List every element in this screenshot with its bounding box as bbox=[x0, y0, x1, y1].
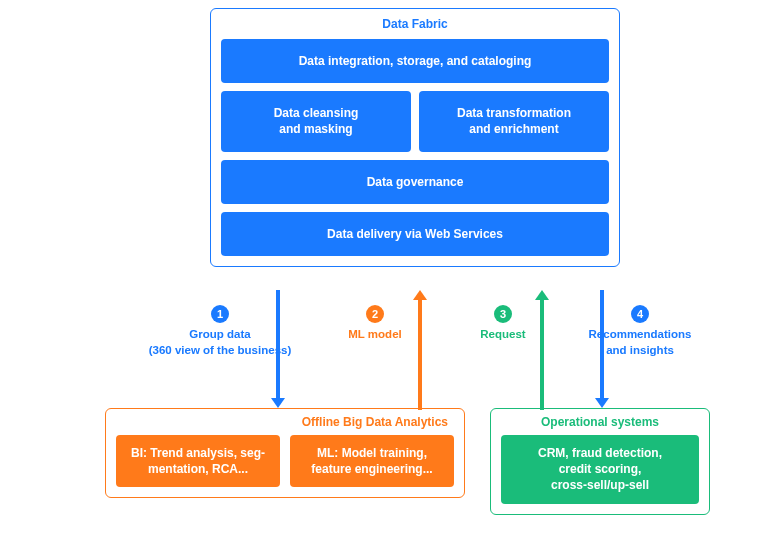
box-opsys: CRM, fraud detection,credit scoring,cros… bbox=[501, 435, 699, 504]
box-ml: ML: Model training,feature engineering..… bbox=[290, 435, 454, 487]
badge-3: 3 bbox=[494, 305, 512, 323]
box-integration: Data integration, storage, and catalogin… bbox=[221, 39, 609, 83]
badge-4: 4 bbox=[631, 305, 649, 323]
flow-3: 3 Request bbox=[458, 305, 548, 343]
offline-analytics-container: Offline Big Data Analytics BI: Trend ana… bbox=[105, 408, 465, 498]
operational-systems-container: Operational systems CRM, fraud detection… bbox=[490, 408, 710, 515]
arrow-3-head bbox=[535, 290, 549, 300]
arrow-1-head bbox=[271, 398, 285, 408]
flow-1-label: Group data(360 view of the business) bbox=[149, 328, 292, 356]
offline-title: Offline Big Data Analytics bbox=[116, 415, 454, 429]
box-cleansing: Data cleansingand masking bbox=[221, 91, 411, 151]
data-fabric-title: Data Fabric bbox=[221, 17, 609, 31]
box-governance: Data governance bbox=[221, 160, 609, 204]
flow-2-label: ML model bbox=[348, 328, 401, 340]
flow-4-label: Recommendationsand insights bbox=[589, 328, 692, 356]
flow-2: 2 ML model bbox=[320, 305, 430, 343]
arrow-2-head bbox=[413, 290, 427, 300]
box-delivery: Data delivery via Web Services bbox=[221, 212, 609, 256]
data-fabric-container: Data Fabric Data integration, storage, a… bbox=[210, 8, 620, 267]
flow-1: 1 Group data(360 view of the business) bbox=[130, 305, 310, 358]
arrow-4-head bbox=[595, 398, 609, 408]
opsys-title: Operational systems bbox=[501, 415, 699, 429]
flow-3-label: Request bbox=[480, 328, 525, 340]
badge-1: 1 bbox=[211, 305, 229, 323]
badge-2: 2 bbox=[366, 305, 384, 323]
box-transform: Data transformationand enrichment bbox=[419, 91, 609, 151]
flow-4: 4 Recommendationsand insights bbox=[565, 305, 715, 358]
box-bi: BI: Trend analysis, seg-mentation, RCA..… bbox=[116, 435, 280, 487]
